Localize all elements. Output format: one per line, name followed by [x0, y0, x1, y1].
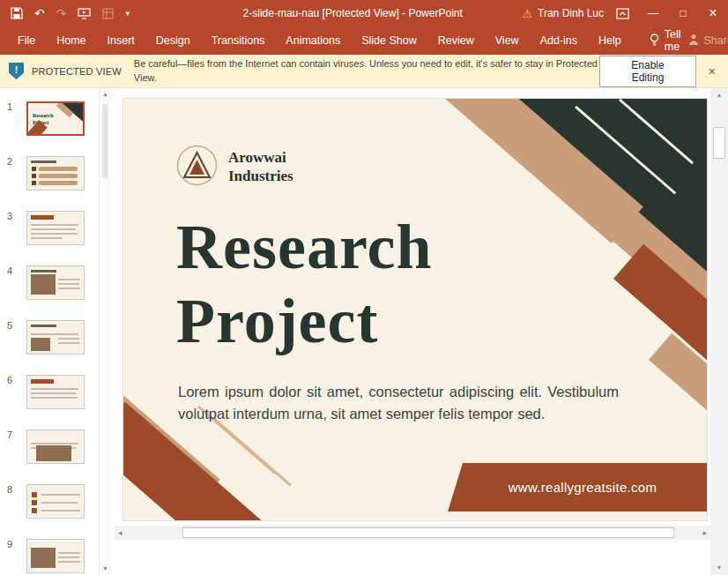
enable-editing-button[interactable]: Enable Editing [599, 56, 696, 87]
tell-me-button[interactable]: Tell me [643, 28, 688, 53]
thumb-decoration [31, 397, 78, 399]
tab-design[interactable]: Design [145, 26, 201, 55]
slide-thumbnail-9[interactable] [26, 539, 85, 573]
logo-triangle-icon [176, 145, 218, 190]
thumb-decoration [31, 325, 56, 327]
thumb-decoration [58, 279, 81, 280]
slide-body-text: Lorem ipsum dolor sit amet, consectetur … [178, 381, 619, 425]
tab-add-ins[interactable]: Add-ins [530, 26, 588, 55]
slide-canvas[interactable]: Arowwai Industries Research Project Lore… [123, 99, 707, 520]
thumb-decoration [31, 338, 50, 351]
thumbnail-item: 9 [5, 539, 95, 573]
lightbulb-icon [650, 34, 659, 49]
thumb-decoration [31, 161, 56, 163]
tab-insert[interactable]: Insert [97, 26, 145, 55]
thumb-decoration [58, 556, 79, 558]
slide-number: 2 [5, 156, 26, 167]
tab-file[interactable]: File [7, 26, 46, 55]
slide-number: 8 [5, 484, 26, 495]
slide-thumbnail-1[interactable]: Research Project [26, 101, 85, 136]
thumbnail-item: 4 [5, 265, 95, 300]
slide-title-line-2: Project [176, 284, 433, 358]
tab-help[interactable]: Help [588, 26, 632, 55]
thumbnail-item: 3 [5, 211, 95, 245]
tell-me-label: Tell me [665, 28, 681, 53]
minimize-button[interactable]: — [638, 0, 668, 26]
thumb-decoration [41, 494, 80, 496]
slide-number: 6 [5, 375, 26, 385]
thumbnail-item: 7 [5, 429, 95, 464]
tan-line [213, 418, 292, 487]
thumb-decoration [32, 500, 37, 505]
slide-title-line-1: Research [176, 210, 433, 284]
save-icon[interactable] [11, 7, 23, 19]
thumb-decoration [39, 174, 78, 178]
slide-number: 1 [5, 101, 26, 112]
thumb-decoration [31, 333, 78, 335]
titlebar: ↶ ↷ ▾ 2-slide-mau-nau [Protected View] -… [0, 0, 728, 26]
start-from-beginning-icon[interactable] [78, 8, 91, 19]
slide-thumbnail-2[interactable] [26, 156, 85, 190]
ribbon-display-options-icon[interactable] [616, 8, 629, 19]
shield-icon: ! [9, 63, 24, 79]
thumb-decoration [58, 552, 81, 554]
scrollbar-thumb[interactable] [713, 127, 725, 159]
horizontal-scrollbar[interactable]: ◂ ▸ [115, 526, 710, 540]
tab-transitions[interactable]: Transitions [201, 26, 276, 55]
undo-icon[interactable]: ↶ [34, 7, 45, 19]
thumb-decoration [41, 502, 78, 504]
brand-line-2: Industries [228, 168, 293, 185]
tab-view[interactable]: View [485, 26, 530, 55]
tab-animations[interactable]: Animations [275, 26, 351, 55]
thumb-decoration [31, 379, 54, 384]
warning-icon: ⚠ [522, 7, 532, 20]
thumbnail-scrollbar[interactable]: ▴ ▾ [99, 88, 111, 575]
scrollbar-track[interactable] [126, 526, 700, 540]
titlebar-right: ⚠ Tran Dinh Luc — □ × [522, 0, 728, 26]
thumb-decoration [31, 392, 76, 394]
maximize-button[interactable]: □ [668, 0, 698, 26]
tab-slide-show[interactable]: Slide Show [351, 26, 427, 55]
redo-icon[interactable]: ↷ [56, 7, 67, 19]
window-title: 2-slide-mau-nau [Protected View] - Power… [183, 7, 522, 19]
thumb-decoration [31, 443, 78, 444]
scroll-up-icon[interactable]: ▴ [710, 92, 728, 99]
customize-quick-access-icon[interactable]: ▾ [125, 10, 130, 18]
scroll-up-icon[interactable]: ▴ [103, 91, 107, 98]
thumb-decoration [58, 338, 79, 340]
slide-number: 4 [5, 265, 26, 276]
website-banner: www.reallygreatsite.com [448, 463, 707, 512]
protected-view-message: Be careful—files from the Internet can c… [134, 57, 599, 85]
slide-thumbnail-8[interactable] [26, 484, 85, 519]
slide-thumbnail-5[interactable] [26, 320, 85, 355]
workspace: 1 Research Project 2 3 [0, 88, 728, 575]
website-text: www.reallygreatsite.com [509, 480, 657, 495]
tab-review[interactable]: Review [427, 26, 485, 55]
thumb-decoration [58, 288, 81, 289]
scroll-right-icon[interactable]: ▸ [699, 529, 710, 537]
share-label: Share [704, 34, 728, 47]
slide-thumbnail-4[interactable] [26, 265, 85, 300]
slide-thumbnail-6[interactable] [26, 375, 85, 409]
slide-number: 3 [5, 211, 26, 221]
powerpoint-window: ↶ ↷ ▾ 2-slide-mau-nau [Protected View] -… [0, 0, 728, 575]
touch-mode-icon[interactable] [102, 8, 114, 19]
share-button[interactable]: Share [688, 34, 728, 48]
thumb-decoration [32, 492, 37, 497]
close-button[interactable]: × [698, 0, 728, 26]
scrollbar-thumb[interactable] [102, 104, 108, 178]
slide-thumbnail-7[interactable] [26, 429, 85, 464]
thumbnail-item: 8 [5, 484, 95, 519]
message-bar-close-icon[interactable]: × [709, 64, 716, 78]
scrollbar-thumb[interactable] [182, 527, 674, 538]
protected-view-bar: ! PROTECTED VIEW Be careful—files from t… [0, 55, 728, 88]
brand-name: Arowwai Industries [228, 149, 293, 185]
scroll-down-icon[interactable]: ▾ [103, 565, 107, 572]
vertical-scrollbar[interactable]: ▴ ▾ [710, 88, 728, 575]
account-name[interactable]: Tran Dinh Luc [538, 7, 604, 19]
scroll-left-icon[interactable]: ◂ [115, 529, 126, 537]
slide-number: 7 [5, 429, 26, 440]
slide-thumbnail-3[interactable] [26, 211, 85, 245]
scroll-down-icon[interactable]: ▾ [710, 564, 728, 571]
tab-home[interactable]: Home [46, 26, 96, 55]
